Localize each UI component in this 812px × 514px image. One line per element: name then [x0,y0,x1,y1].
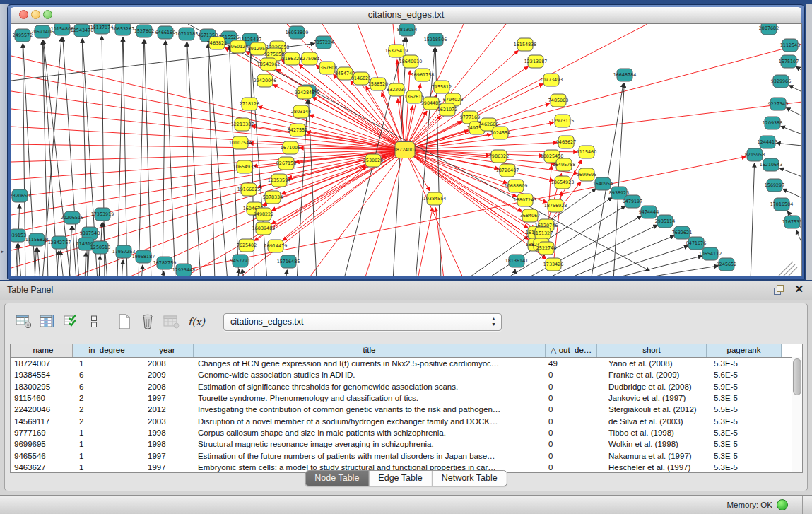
column-header[interactable]: in_degree [73,344,141,357]
network-node[interactable]: 7857224 [314,36,334,49]
network-window-titlebar[interactable]: citations_edges.txt [11,7,801,23]
table-cell[interactable]: Franke et al. (2009) [597,370,707,379]
network-node[interactable]: 12342757 [48,236,71,249]
table-cell[interactable]: 19384554 [11,370,73,379]
table-cell[interactable]: Tibbo et al. (1998) [597,428,707,437]
network-node[interactable]: 7986322 [489,150,509,163]
network-node[interactable]: 16210643 [760,158,783,171]
table-cell[interactable]: Estimation of the future numbers of pati… [194,452,546,460]
network-node[interactable]: 12213987 [524,55,548,68]
table-cell[interactable]: 5.3E-5 [707,394,782,402]
network-node[interactable]: 9245652 [717,258,736,271]
network-node[interactable]: 16053809 [286,26,309,39]
table-row[interactable]: 1456911722003Disruption of a novel membe… [11,415,802,426]
network-node[interactable]: 2718126 [240,98,259,110]
network-node[interactable]: 9463627 [556,136,576,148]
network-node[interactable]: 10688609 [505,180,528,192]
network-node[interactable]: 7625402 [237,239,257,252]
table-row[interactable]: 1872400712008Changes of HCN gene express… [11,358,802,369]
select-all-icon[interactable] [60,312,81,332]
table-cell[interactable]: Disruption of a novel member of a sodium… [194,417,546,426]
network-node[interactable]: 9457791 [230,255,250,267]
table-cell[interactable]: 22420046 [11,405,73,414]
column-header[interactable]: △ out_de… [546,344,597,357]
network-node[interactable]: 12353594 [268,174,291,187]
network-node[interactable]: 18807243 [514,194,537,206]
network-node[interactable]: 1209388 [763,117,782,129]
table-cell[interactable]: 5.9E-5 [707,382,782,391]
network-node[interactable]: 18756928 [544,199,567,212]
network-node[interactable]: 16961758 [411,69,435,81]
table-cell[interactable]: 49 [546,359,597,368]
table-cell[interactable]: 1 [73,428,141,437]
network-node[interactable]: 1575107 [779,55,799,68]
network-node[interactable]: 1112543 [780,39,800,52]
network-node[interactable]: 2495572 [13,29,33,42]
table-cell[interactable]: 0 [546,382,597,391]
network-node[interactable]: 7463822 [207,37,227,49]
network-canvas[interactable]: 2495572206914061015480812543470181370741… [11,23,802,276]
table-cell[interactable]: 1 [73,463,141,472]
network-node[interactable]: 8267150 [276,157,296,170]
float-panel-icon[interactable] [774,285,784,295]
network-node[interactable]: 939153 [11,229,26,242]
table-cell[interactable]: Nakamura et al. (1997) [597,452,707,460]
network-node[interactable]: 1640954 [593,177,613,190]
table-cell[interactable]: 18724007 [11,359,73,368]
tab-edge-table[interactable]: Edge Table [369,471,432,486]
column-header[interactable]: pagerank [707,344,782,357]
table-cell[interactable]: 2 [73,417,141,426]
table-cell[interactable]: 0 [546,452,597,460]
network-node[interactable]: 19958187 [132,250,155,263]
table-cell[interactable]: 5.3E-5 [707,463,782,472]
network-node[interactable]: 8215958 [745,148,765,161]
close-panel-icon[interactable]: ✕ [794,283,804,296]
create-column-icon[interactable] [114,312,135,332]
network-node[interactable]: 9699695 [577,168,596,181]
table-cell[interactable]: 5.3E-5 [707,452,782,460]
table-cell[interactable]: 5.6E-5 [707,370,782,379]
table-cell[interactable]: 1997 [141,463,194,472]
table-cell[interactable]: Estimation of significance thresholds fo… [194,382,546,391]
table-cell[interactable]: Yano et al. (2008) [597,359,707,368]
table-cell[interactable]: Tourette syndrome. Phenomenology and cla… [194,394,546,402]
panel-collapse-arrow[interactable]: ▸ [1,249,4,255]
table-cell[interactable]: 5.3E-5 [707,359,782,368]
table-cell[interactable]: 0 [546,417,597,426]
table-cell[interactable]: 1 [73,452,141,460]
network-node[interactable]: 16154838 [514,38,537,51]
table-mode-icon[interactable] [13,312,35,332]
network-node[interactable]: 15218506 [424,33,447,46]
network-node[interactable]: 8427552 [288,124,307,136]
network-node[interactable]: 5960124 [228,40,248,53]
table-cell[interactable]: 1 [73,359,141,368]
network-node[interactable]: 1621072 [437,103,457,116]
table-cell[interactable]: Stergiakouli et al. (2012) [597,405,707,414]
table-cell[interactable]: 2008 [141,359,194,368]
network-node[interactable]: 6466160 [155,26,175,39]
network-node[interactable]: 7485063 [548,94,568,107]
import-table-icon[interactable] [160,312,182,332]
table-cell[interactable]: 5.3E-5 [707,440,782,448]
network-node[interactable]: 8471676 [686,237,706,250]
table-cell[interactable]: 0 [546,370,597,379]
table-cell[interactable]: Jankovic et al. (1997) [597,394,707,402]
network-node[interactable]: 1569297 [765,179,784,192]
network-node[interactable]: 18137074 [90,24,114,34]
table-cell[interactable]: 9777169 [11,428,73,437]
table-cell[interactable]: Genome-wide association studies in ADHD. [194,370,546,379]
network-node[interactable]: 1527602 [134,25,154,37]
network-node[interactable]: 9115460 [577,146,596,158]
network-node[interactable]: 10719185 [175,28,199,40]
table-cell[interactable]: Corpus callosum shape and size in male p… [194,428,546,437]
table-cell[interactable]: 9463627 [11,463,73,472]
network-node[interactable]: 1024554 [490,127,510,139]
table-cell[interactable]: 2003 [141,417,194,426]
table-scrollbar[interactable] [792,357,802,472]
table-cell[interactable]: 2 [73,394,141,402]
table-cell[interactable]: 0 [546,394,597,402]
network-node[interactable]: 9275081 [300,52,319,65]
network-node[interactable]: 1151327 [533,227,553,240]
network-node[interactable]: 1244413 [758,136,777,148]
network-node[interactable]: 2935114 [655,215,675,228]
